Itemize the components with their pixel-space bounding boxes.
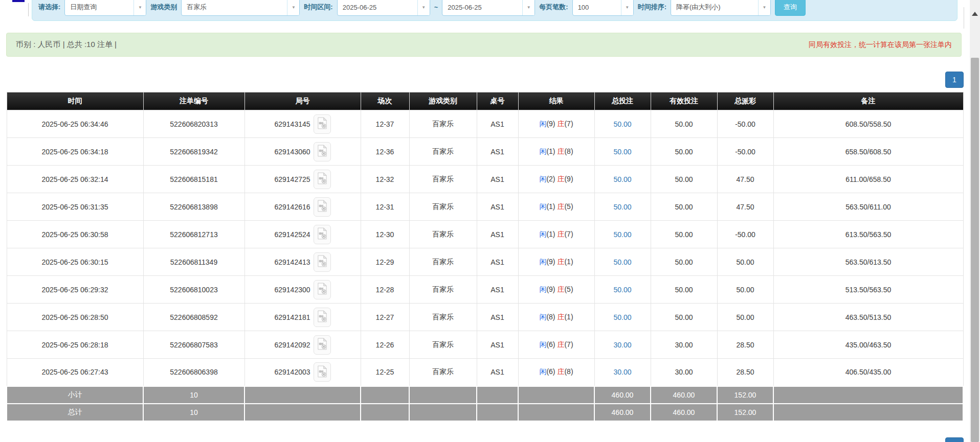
total-label: 总计 <box>7 404 143 421</box>
total-bet-link[interactable]: 50.00 <box>613 313 631 321</box>
query-button[interactable]: 查询 <box>775 0 806 16</box>
session-no: 12-37 <box>361 110 409 138</box>
session-no: 12-32 <box>361 166 409 193</box>
total-bet-cell: 30.00 <box>594 359 651 386</box>
bet-id: 522606812713 <box>143 221 244 248</box>
video-record-icon <box>317 255 327 269</box>
player-score: (2) <box>546 175 555 183</box>
banker-score: (5) <box>564 285 573 293</box>
player-result-label: 闲 <box>539 230 546 238</box>
game-category-select[interactable]: 百家乐 ▼ <box>181 0 300 16</box>
session-no: 12-28 <box>361 276 409 304</box>
subtotal-valid-bet: 460.00 <box>651 386 717 404</box>
valid-bet: 30.00 <box>651 359 717 386</box>
video-record-icon <box>317 310 327 324</box>
subtotal-empty-cell <box>773 386 963 404</box>
banker-score: (7) <box>564 340 573 348</box>
total-bet-link[interactable]: 50.00 <box>613 148 631 156</box>
total-bet-link[interactable]: 30.00 <box>613 368 631 376</box>
col-header-total-bet: 总投注 <box>594 92 651 110</box>
session-no: 12-29 <box>361 248 409 276</box>
player-score: (1) <box>546 230 555 238</box>
total-bet-link[interactable]: 50.00 <box>613 203 631 211</box>
table-no: AS1 <box>477 331 518 359</box>
result-cell: 闲(9) 庄(1) <box>518 248 594 276</box>
result-cell: 闲(2) 庄(9) <box>518 166 594 193</box>
scroll-up-button[interactable] <box>971 10 978 17</box>
bet-record-row: 2025-06-25 06:27:43522606806398629142003… <box>7 359 963 386</box>
round-id: 629142524 <box>274 230 310 239</box>
total-bet-link[interactable]: 50.00 <box>613 286 631 294</box>
scrollbar[interactable] <box>970 0 980 442</box>
round-id-cell: 629142616 <box>244 193 361 221</box>
game-category: 百家乐 <box>409 304 477 331</box>
video-record-icon <box>317 365 327 379</box>
date-to-select[interactable]: 2025-06-25 ▼ <box>442 0 535 16</box>
video-replay-button[interactable] <box>314 335 331 355</box>
betting-records-page: 请选择: 日期查询 ▼ 游戏类别 百家乐 ▼ 时间区间: 2025-06-25 … <box>0 0 980 442</box>
video-replay-button[interactable] <box>314 114 331 134</box>
player-score: (6) <box>546 340 555 348</box>
total-bet-link[interactable]: 50.00 <box>613 120 631 128</box>
total-bet-cell: 50.00 <box>594 276 651 304</box>
video-replay-button[interactable] <box>314 142 331 161</box>
game-category: 百家乐 <box>409 359 477 386</box>
time-sort-select[interactable]: 降幂(由大到小) ▼ <box>671 0 771 16</box>
remark: 513.50/563.50 <box>773 276 963 304</box>
video-replay-button[interactable] <box>314 225 331 244</box>
video-replay-button[interactable] <box>314 197 331 217</box>
total-count: 10 <box>143 404 244 421</box>
round-id: 629142092 <box>274 341 310 349</box>
total-bet-link[interactable]: 50.00 <box>613 175 631 183</box>
player-score: (9) <box>546 285 555 293</box>
total-empty-cell <box>361 404 409 421</box>
banker-result-label: 庄 <box>557 285 564 293</box>
col-header-bet-id: 注单编号 <box>143 92 244 110</box>
valid-bet: 50.00 <box>651 138 717 166</box>
total-bet-link[interactable]: 30.00 <box>613 341 631 349</box>
total-bet-link[interactable]: 50.00 <box>613 258 631 266</box>
bet-records-table: 时间 注单编号 局号 场次 游戏类别 桌号 结果 总投注 有效投注 总派彩 备注… <box>6 92 964 422</box>
video-replay-button[interactable] <box>314 170 331 189</box>
truncated-link[interactable] <box>12 0 25 2</box>
session-no: 12-27 <box>361 304 409 331</box>
session-no: 12-26 <box>361 331 409 359</box>
truncated-control-edge <box>28 3 29 16</box>
game-category: 百家乐 <box>409 276 477 304</box>
total-bet-link[interactable]: 50.00 <box>613 230 631 239</box>
banker-result-label: 庄 <box>557 230 564 238</box>
total-payout: 28.50 <box>717 331 773 359</box>
banker-score: (8) <box>564 367 573 376</box>
total-bet-cell: 50.00 <box>594 304 651 331</box>
result-cell: 闲(8) 庄(1) <box>518 304 594 331</box>
page-button-1-bottom[interactable]: 1 <box>945 437 964 442</box>
banker-result-label: 庄 <box>557 175 564 183</box>
subtotal-empty-cell <box>518 386 594 404</box>
remark: 463.50/513.50 <box>773 304 963 331</box>
game-category-value: 百家乐 <box>182 3 287 12</box>
result-cell: 闲(9) 庄(5) <box>518 276 594 304</box>
table-no: AS1 <box>477 166 518 193</box>
col-header-remark: 备注 <box>773 92 963 110</box>
date-from-select[interactable]: 2025-06-25 ▼ <box>337 0 430 16</box>
video-replay-button[interactable] <box>314 308 331 327</box>
round-id-cell: 629142092 <box>244 331 361 359</box>
round-id: 629142413 <box>274 258 310 266</box>
page-size-select[interactable]: 100 ▼ <box>572 0 634 16</box>
remark: 611.00/658.50 <box>773 166 963 193</box>
scrollbar-thumb[interactable] <box>971 58 979 442</box>
video-replay-button[interactable] <box>314 280 331 299</box>
table-no: AS1 <box>477 304 518 331</box>
banker-score: (1) <box>564 258 573 266</box>
col-header-table-no: 桌号 <box>477 92 518 110</box>
date-from-value: 2025-06-25 <box>338 4 417 11</box>
total-payout: -50.00 <box>717 221 773 248</box>
video-replay-button[interactable] <box>314 252 331 272</box>
page-button-1-top[interactable]: 1 <box>945 72 964 88</box>
range-tilde: ~ <box>434 4 438 11</box>
table-footer: 小计 10 460.00 460.00 152.00 总计 10 <box>7 386 963 421</box>
date-mode-select[interactable]: 日期查询 ▼ <box>64 0 146 16</box>
game-category: 百家乐 <box>409 331 477 359</box>
game-category: 百家乐 <box>409 248 477 276</box>
video-replay-button[interactable] <box>314 362 331 382</box>
